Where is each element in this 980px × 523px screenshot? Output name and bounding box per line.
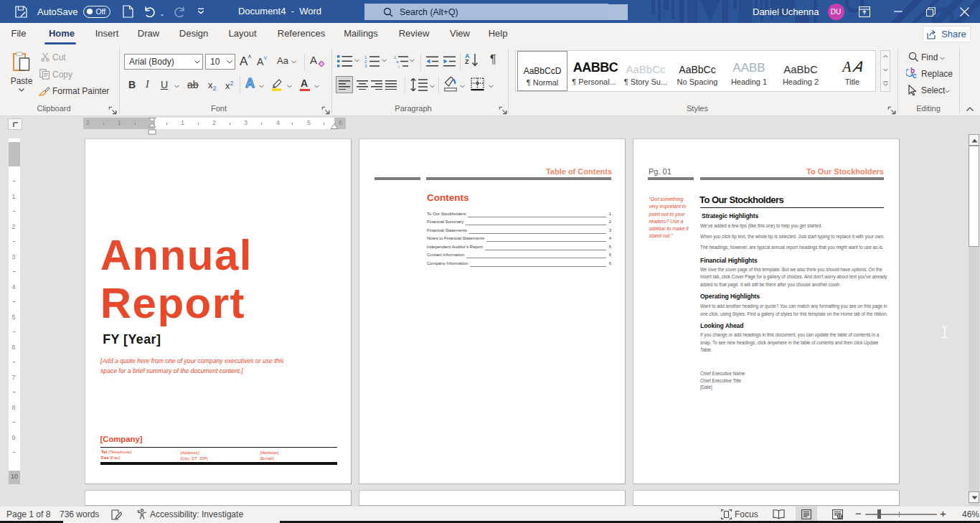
svg-text:3: 3 — [364, 63, 367, 68]
svg-text:1: 1 — [394, 55, 397, 60]
svg-text:i: i — [398, 65, 399, 68]
svg-text:a: a — [396, 60, 399, 64]
